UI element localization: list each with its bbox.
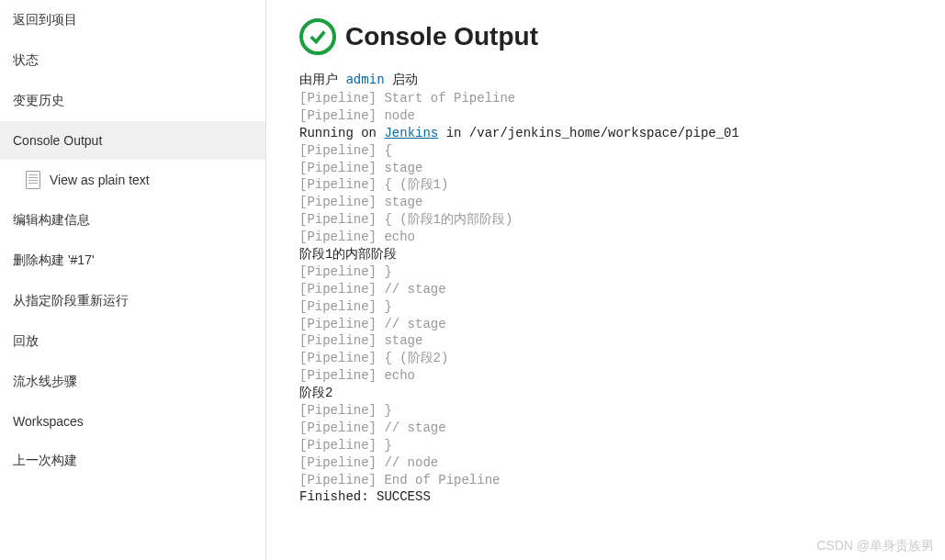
sidebar-item-workspaces[interactable]: Workspaces — [0, 402, 265, 441]
console-output: [Pipeline] Start of Pipeline[Pipeline] n… — [299, 90, 945, 506]
sidebar-item-console[interactable]: Console Output — [0, 121, 265, 160]
console-line: [Pipeline] } — [299, 437, 945, 454]
console-line: [Pipeline] // stage — [299, 420, 945, 437]
console-line: [Pipeline] { (阶段1) — [299, 176, 945, 194]
sidebar-item-edit-build[interactable]: 编辑构建信息 — [0, 200, 265, 241]
sidebar-item-restart-stage[interactable]: 从指定阶段重新运行 — [0, 281, 265, 321]
sidebar-item-replay[interactable]: 回放 — [0, 321, 265, 362]
console-line: [Pipeline] } — [299, 263, 945, 281]
console-line: Running on Jenkins in /var/jenkins_home/… — [299, 125, 945, 142]
node-link[interactable]: Jenkins — [384, 126, 438, 140]
sidebar: 返回到项目 状态 变更历史 Console Output View as pla… — [0, 0, 266, 560]
console-line: [Pipeline] { (阶段2) — [299, 350, 945, 367]
user-link[interactable]: admin — [345, 72, 384, 86]
sidebar-item-changes[interactable]: 变更历史 — [0, 81, 265, 121]
document-icon — [26, 171, 40, 189]
console-line: [Pipeline] } — [299, 402, 945, 420]
success-icon — [299, 18, 336, 55]
watermark: CSDN @单身贵族男 — [816, 538, 934, 554]
console-line: [Pipeline] { (阶段1的内部阶段) — [299, 211, 945, 229]
main-content: Console Output 由用户 admin 启动 [Pipeline] S… — [266, 0, 945, 560]
sidebar-item-delete-build[interactable]: 删除构建 '#17' — [0, 241, 265, 281]
started-by: 由用户 admin 启动 — [299, 72, 945, 88]
console-line: [Pipeline] echo — [299, 229, 945, 246]
running-on-suffix: in /var/jenkins_home/workspace/pipe_01 — [438, 126, 739, 140]
page-title: Console Output — [345, 22, 538, 51]
console-line: [Pipeline] stage — [299, 332, 945, 350]
console-line: [Pipeline] Start of Pipeline — [299, 90, 945, 107]
title-row: Console Output — [299, 18, 945, 55]
console-line: [Pipeline] stage — [299, 194, 945, 211]
sidebar-item-back[interactable]: 返回到项目 — [0, 0, 265, 40]
console-line: [Pipeline] // stage — [299, 281, 945, 298]
console-line: Finished: SUCCESS — [299, 488, 945, 506]
console-line: [Pipeline] { — [299, 142, 945, 160]
sidebar-item-label: View as plain text — [50, 173, 150, 187]
sidebar-item-plaintext[interactable]: View as plain text — [0, 160, 265, 200]
console-line: [Pipeline] // node — [299, 454, 945, 472]
console-line: [Pipeline] echo — [299, 367, 945, 385]
console-line: [Pipeline] End of Pipeline — [299, 472, 945, 489]
running-on-prefix: Running on — [299, 126, 384, 140]
sidebar-item-pipeline-steps[interactable]: 流水线步骤 — [0, 362, 265, 402]
console-line: [Pipeline] stage — [299, 160, 945, 177]
started-by-suffix: 启动 — [385, 72, 418, 86]
console-line: [Pipeline] // stage — [299, 316, 945, 333]
sidebar-item-prev-build[interactable]: 上一次构建 — [0, 441, 265, 481]
console-line: [Pipeline] } — [299, 298, 945, 316]
console-line: [Pipeline] node — [299, 107, 945, 125]
console-line: 阶段1的内部阶段 — [299, 246, 945, 263]
console-line: 阶段2 — [299, 385, 945, 402]
sidebar-item-status[interactable]: 状态 — [0, 40, 265, 81]
started-by-prefix: 由用户 — [299, 72, 345, 86]
